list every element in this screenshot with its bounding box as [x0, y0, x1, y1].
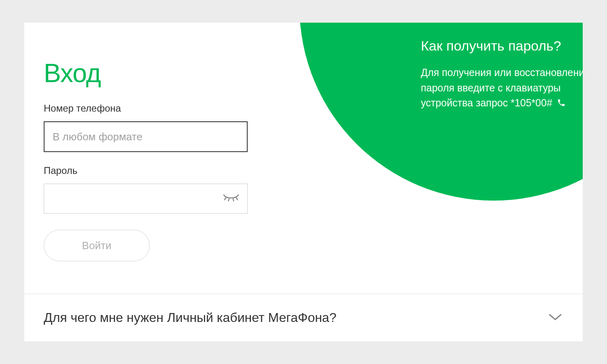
password-input-wrapper	[44, 184, 248, 214]
chevron-down-icon	[547, 312, 563, 324]
password-label: Пароль	[44, 165, 248, 176]
password-info-panel: Как получить пароль? Для получения или в…	[299, 23, 583, 201]
faq-accordion[interactable]: Для чего мне нужен Личный кабинет МегаФо…	[24, 294, 583, 341]
page-title: Вход	[44, 58, 248, 88]
phone-field-group: Номер телефона	[44, 103, 248, 152]
svg-line-2	[233, 199, 234, 201]
phone-input[interactable]	[45, 122, 247, 151]
login-form: Вход Номер телефона Пароль	[24, 23, 267, 277]
password-field-group: Пароль	[44, 165, 248, 214]
info-text: Для получения или восстановления пароля …	[421, 65, 583, 111]
svg-line-1	[229, 199, 229, 201]
phone-icon	[557, 96, 566, 112]
svg-line-0	[225, 198, 226, 200]
phone-input-wrapper	[44, 121, 248, 152]
login-button[interactable]: Войти	[44, 230, 150, 261]
accordion-title: Для чего мне нужен Личный кабинет МегаФо…	[44, 310, 336, 325]
phone-label: Номер телефона	[44, 103, 248, 114]
svg-line-3	[236, 198, 238, 200]
info-title: Как получить пароль?	[421, 38, 583, 54]
eye-closed-icon	[222, 193, 240, 205]
password-input[interactable]	[44, 184, 247, 213]
toggle-password-visibility-button[interactable]	[222, 193, 240, 205]
login-card: Как получить пароль? Для получения или в…	[24, 23, 583, 341]
